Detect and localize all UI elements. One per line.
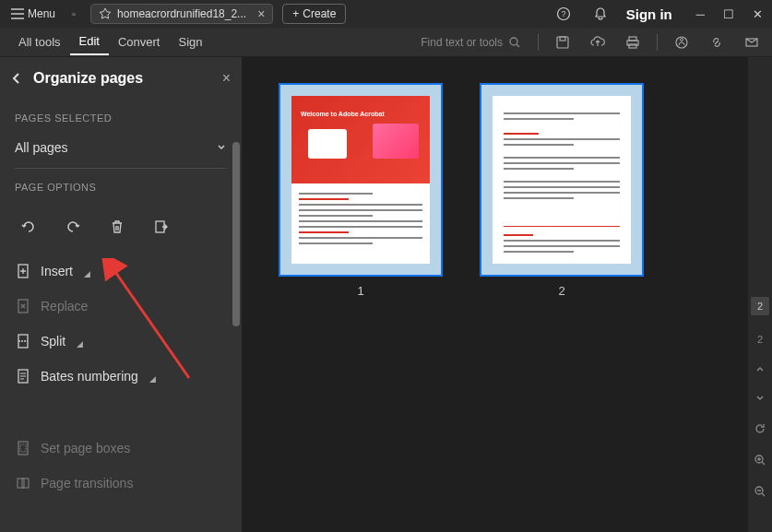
insert-label: Insert bbox=[41, 264, 73, 278]
transitions-icon bbox=[17, 475, 31, 491]
tab-close-icon[interactable]: × bbox=[257, 7, 265, 20]
help-icon[interactable]: ? bbox=[552, 3, 575, 25]
star-icon bbox=[99, 7, 112, 20]
search-placeholder: Find text or tools bbox=[421, 36, 503, 49]
tab-sign[interactable]: Sign bbox=[169, 30, 211, 54]
insert-icon bbox=[17, 263, 31, 279]
svg-rect-17 bbox=[20, 444, 26, 452]
sidebar-scrollbar[interactable] bbox=[232, 142, 240, 326]
split-icon bbox=[17, 333, 31, 349]
back-icon[interactable] bbox=[11, 71, 22, 86]
zoom-out-icon[interactable] bbox=[754, 485, 766, 498]
zoom-in-icon[interactable] bbox=[754, 454, 766, 467]
bell-icon[interactable] bbox=[589, 3, 612, 25]
replace-label: Replace bbox=[41, 299, 88, 313]
email-icon[interactable] bbox=[741, 31, 763, 53]
right-rail: 2 2 bbox=[748, 57, 772, 532]
menu-label: Menu bbox=[28, 7, 55, 20]
svg-text:?: ? bbox=[561, 9, 565, 18]
thumb-label-2: 2 bbox=[558, 284, 564, 298]
pages-selected-dropdown[interactable]: All pages bbox=[15, 133, 227, 169]
delete-icon[interactable] bbox=[107, 217, 127, 237]
page-indicator[interactable]: 2 bbox=[751, 297, 769, 315]
bates-icon bbox=[17, 368, 31, 384]
split-item[interactable]: Split◢ bbox=[15, 324, 227, 359]
tab-convert[interactable]: Convert bbox=[109, 30, 170, 54]
plus-icon: + bbox=[292, 7, 299, 20]
insert-item[interactable]: Insert◢ bbox=[15, 254, 227, 289]
page-transitions-label: Page transitions bbox=[41, 476, 133, 491]
svg-rect-3 bbox=[557, 37, 568, 48]
split-label: Split bbox=[41, 334, 65, 349]
organize-pages-panel: Organize pages × PAGES SELECTED All page… bbox=[0, 57, 242, 532]
rotate-left-icon[interactable] bbox=[18, 217, 39, 237]
page-transitions-item[interactable]: Page transitions bbox=[15, 466, 227, 501]
extract-icon[interactable] bbox=[151, 217, 172, 237]
page-options-label: PAGE OPTIONS bbox=[15, 182, 227, 193]
page-thumbnail-1[interactable]: Welcome to Adobe Acrobat bbox=[279, 83, 443, 277]
page-boxes-icon bbox=[17, 440, 31, 456]
minimize-icon[interactable]: ─ bbox=[696, 7, 705, 21]
menu-button[interactable]: Menu bbox=[4, 4, 63, 24]
set-page-boxes-label: Set page boxes bbox=[41, 441, 130, 455]
svg-rect-18 bbox=[18, 479, 24, 488]
svg-point-9 bbox=[681, 38, 683, 41]
page-input[interactable]: 2 bbox=[757, 334, 763, 345]
page-thumbnail-2[interactable] bbox=[480, 83, 644, 277]
thumb-label-1: 1 bbox=[357, 284, 363, 298]
svg-point-2 bbox=[510, 38, 517, 45]
chevron-up-icon[interactable] bbox=[754, 363, 766, 374]
chevron-down-icon bbox=[216, 142, 227, 153]
document-tab[interactable]: homeacrordrunified18_2... × bbox=[90, 4, 273, 24]
signin-button[interactable]: Sign in bbox=[626, 6, 672, 22]
panel-close-icon[interactable]: × bbox=[222, 70, 231, 87]
maximize-icon[interactable]: ☐ bbox=[723, 7, 734, 21]
chevron-down-rail-icon[interactable] bbox=[754, 393, 766, 404]
home-button[interactable] bbox=[63, 3, 85, 25]
panel-title: Organize pages bbox=[33, 70, 222, 87]
print-icon[interactable] bbox=[622, 31, 644, 53]
bates-label: Bates numbering bbox=[41, 369, 138, 384]
tab-edit[interactable]: Edit bbox=[70, 29, 109, 55]
close-window-icon[interactable]: ✕ bbox=[753, 7, 763, 21]
create-label: Create bbox=[303, 7, 336, 20]
search-icon bbox=[508, 36, 521, 49]
pages-selected-value: All pages bbox=[15, 140, 68, 155]
link-icon[interactable] bbox=[706, 31, 728, 53]
save-icon[interactable] bbox=[552, 31, 574, 53]
replace-item[interactable]: Replace bbox=[15, 289, 227, 324]
tab-title: homeacrordrunified18_2... bbox=[117, 7, 246, 20]
page1-headline: Welcome to Adobe Acrobat bbox=[301, 111, 385, 117]
create-button[interactable]: + Create bbox=[282, 4, 346, 24]
tab-all-tools[interactable]: All tools bbox=[9, 30, 70, 54]
hamburger-icon bbox=[11, 8, 24, 19]
svg-rect-19 bbox=[22, 479, 29, 488]
search-input[interactable]: Find text or tools bbox=[421, 36, 521, 49]
replace-icon bbox=[17, 298, 31, 314]
svg-rect-7 bbox=[629, 44, 636, 48]
share-icon[interactable] bbox=[671, 31, 693, 53]
pages-selected-label: PAGES SELECTED bbox=[15, 112, 227, 124]
titlebar: Menu homeacrordrunified18_2... × + Creat… bbox=[0, 0, 772, 28]
svg-rect-4 bbox=[560, 37, 565, 41]
refresh-icon[interactable] bbox=[754, 422, 766, 435]
bates-item[interactable]: Bates numbering◢ bbox=[15, 359, 227, 394]
cloud-upload-icon[interactable] bbox=[587, 31, 609, 53]
set-page-boxes-item[interactable]: Set page boxes bbox=[15, 431, 227, 466]
page-canvas: Welcome to Adobe Acrobat bbox=[242, 57, 748, 532]
toolbar: All tools Edit Convert Sign Find text or… bbox=[0, 28, 772, 57]
rotate-right-icon[interactable] bbox=[63, 217, 83, 237]
